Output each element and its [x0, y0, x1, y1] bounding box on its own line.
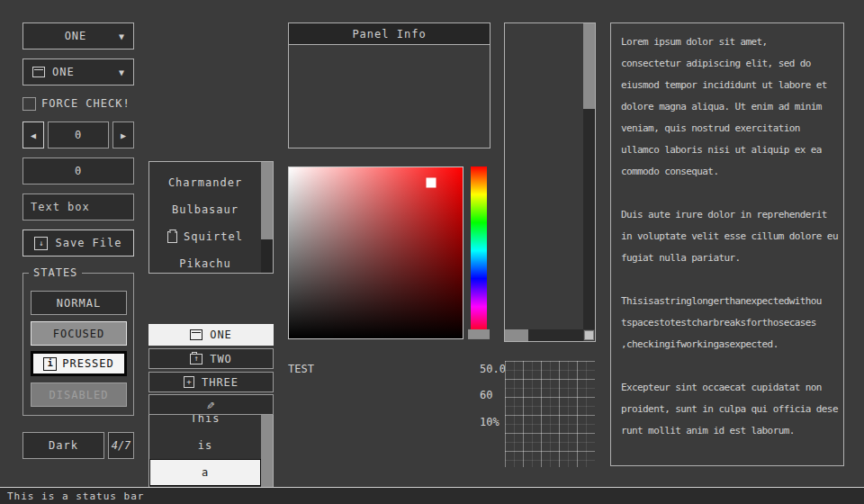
file-plus-icon: +	[184, 376, 194, 388]
states-group: STATES NORMAL FOCUSED i PRESSED DISABLED	[22, 273, 134, 416]
text-line: runt mollit anim id est laborum.	[621, 420, 833, 442]
icon-button-two-label: TWO	[210, 353, 232, 365]
scroll-panel-vscrollbar[interactable]	[583, 23, 595, 329]
checkbox-box-icon[interactable]	[22, 97, 36, 111]
state-button-disabled: DISABLED	[31, 382, 127, 407]
text-line	[621, 183, 833, 204]
icon-button-two[interactable]: ↑ TWO	[148, 348, 274, 369]
icon-button-one[interactable]: ONE	[148, 324, 274, 346]
text-line: fugiat nulla pariatur.	[621, 248, 833, 269]
dropdown-two[interactable]: ONE ▼	[22, 58, 134, 86]
list-item[interactable]: Charmander	[149, 169, 261, 196]
pencil-button[interactable]: ✎	[148, 394, 274, 415]
test-slider-label: TEST	[288, 362, 317, 377]
text-line: ,checkingifworkingasexpected.	[621, 334, 833, 356]
dropdown-one[interactable]: ONE ▼	[22, 22, 134, 50]
chevron-down-icon: ▼	[119, 68, 124, 77]
list-item[interactable]: is	[149, 432, 261, 459]
text-line: Thisisastringlongerthanexpectedwithou	[621, 291, 833, 312]
text-line: Duis aute irure dolor in reprehenderit	[621, 204, 833, 226]
page-counter: 4/7	[108, 432, 134, 459]
text-line: commodo consequat.	[621, 161, 833, 183]
stepper-value[interactable]: 0	[48, 122, 109, 148]
states-group-title: STATES	[29, 266, 82, 279]
state-button-pressed-label: PRESSED	[62, 357, 114, 370]
info-icon: i	[43, 357, 57, 371]
scrollbar-corner	[584, 330, 594, 340]
text-line: veniam, quis nostrud exercitation	[621, 118, 833, 140]
text-line	[621, 356, 833, 377]
pokemon-list-scrollbar[interactable]	[261, 162, 273, 273]
scrollbar-thumb[interactable]	[261, 162, 273, 239]
stepper-increment-button[interactable]: ▶	[112, 122, 134, 148]
save-file-label: Save File	[55, 237, 122, 249]
text-line: dolore magna aliqua. Ut enim ad minim	[621, 96, 833, 118]
list-item[interactable]: Squirtel	[149, 223, 261, 250]
pokemon-list-items: CharmanderBulbasaurSquirtelPikachu	[149, 162, 261, 274]
status-bar: This is a status bar	[0, 487, 864, 504]
clipboard-icon	[167, 231, 177, 243]
text-line: in voluptate velit esse cillum dolore eu	[621, 226, 833, 248]
scroll-panel	[504, 22, 596, 342]
list-item[interactable]: Bulbasaur	[149, 196, 261, 223]
force-checkbox[interactable]: FORCE CHECK!	[22, 95, 134, 112]
text-line: ullamco laboris nisi ut aliquip ex ea	[621, 140, 833, 161]
text-line: Lorem ipsum dolor sit amet,	[621, 32, 833, 53]
icon-button-one-label: ONE	[210, 328, 232, 341]
sv-cursor[interactable]	[427, 178, 436, 188]
save-icon	[190, 329, 202, 340]
scrollbar-thumb[interactable]	[583, 23, 595, 109]
pokemon-list: CharmanderBulbasaurSquirtelPikachu	[148, 161, 274, 274]
hue-bar[interactable]	[471, 166, 487, 335]
save-file-button[interactable]: ↓ Save File	[22, 230, 134, 256]
progress-bar-60-value: 60	[480, 387, 492, 403]
lorem-text-panel: Lorem ipsum dolor sit amet,consectetur a…	[610, 22, 844, 466]
folder-up-icon: ↑	[190, 354, 202, 364]
icon-button-three-label: THREE	[202, 376, 238, 389]
text-line: proident, sunt in culpa qui officia dese	[621, 399, 833, 420]
chevron-down-icon: ▼	[119, 32, 124, 41]
status-bar-text: This is a status bar	[7, 490, 144, 502]
stepper-decrement-button[interactable]: ◀	[22, 122, 44, 148]
list-item[interactable]: a	[149, 459, 261, 486]
list-item[interactable]: Pikachu	[149, 250, 261, 274]
app-window: ONE ▼ ONE ▼ FORCE CHECK! ◀ 0 ▶ 0 ↓ Save …	[0, 0, 864, 504]
text-input[interactable]	[22, 194, 134, 220]
progress-bar-10-value: 10%	[480, 414, 500, 430]
arrow-right-icon: ▶	[121, 130, 126, 140]
download-icon: ↓	[34, 237, 48, 250]
dropdown-one-value: ONE	[32, 30, 119, 42]
state-button-normal[interactable]: NORMAL	[31, 291, 127, 315]
dropdown-two-value: ONE	[52, 66, 119, 78]
info-panel-title: Panel Info	[289, 23, 490, 45]
text-line: Excepteur sint occaecat cupidatat non	[621, 377, 833, 399]
text-line: tspacestotestcharbreaksforthosecases	[621, 312, 833, 334]
text-line: eiusmod tempor incididunt ut labore et	[621, 75, 833, 96]
scrollbar-thumb[interactable]	[505, 329, 528, 341]
pencil-icon: ✎	[207, 398, 214, 412]
scroll-panel-hscrollbar[interactable]	[505, 329, 583, 341]
state-button-focused[interactable]: FOCUSED	[31, 321, 127, 346]
info-panel: Panel Info	[288, 22, 490, 148]
text-line: consectetur adipiscing elit, sed do	[621, 53, 833, 75]
hue-handle[interactable]	[468, 329, 490, 339]
state-button-pressed[interactable]: i PRESSED	[31, 351, 127, 376]
arrow-left-icon: ◀	[31, 130, 36, 140]
theme-button[interactable]: Dark	[22, 432, 104, 459]
force-checkbox-label: FORCE CHECK!	[41, 97, 130, 110]
icon-button-three[interactable]: + THREE	[148, 372, 274, 392]
readonly-value-box: 0	[22, 158, 134, 184]
save-icon	[32, 67, 45, 77]
grid-panel	[505, 361, 595, 467]
text-line	[621, 269, 833, 291]
sv-gradient-picker[interactable]	[288, 166, 464, 339]
